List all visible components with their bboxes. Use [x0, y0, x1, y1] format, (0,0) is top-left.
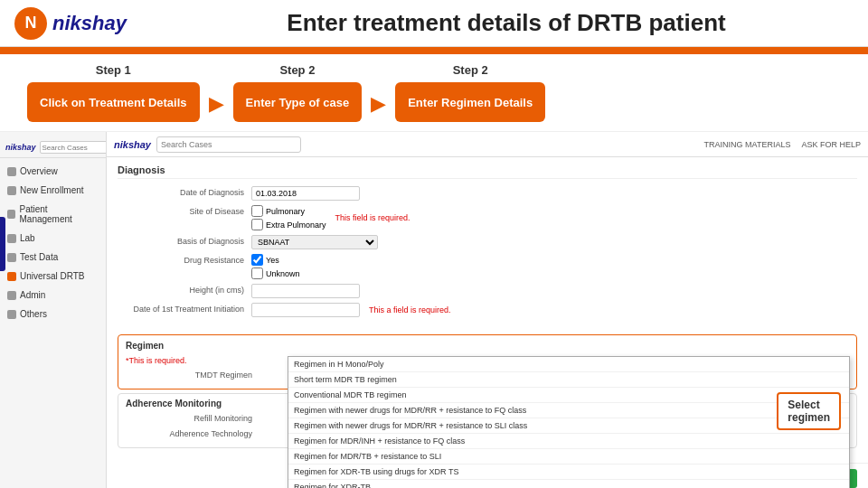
- treatment-initiation-control: This a field is required.: [251, 303, 857, 317]
- sidebar-search-input[interactable]: [40, 141, 107, 154]
- step-2-box: Step 2 Enter Type of case: [233, 63, 363, 122]
- step-3-content: Enter Regimen Details: [395, 82, 545, 122]
- training-materials-link[interactable]: TRAINING MATERIALS: [704, 140, 791, 149]
- sidebar-item-enrollment[interactable]: New Enrollment: [0, 181, 106, 200]
- sidebar-item-label: Others: [20, 309, 47, 319]
- dropdown-item-7[interactable]: Regimen for XDR-TB using drugs for XDR T…: [288, 465, 849, 480]
- dropdown-item-3[interactable]: Regimen with newer drugs for MDR/RR + re…: [288, 403, 849, 418]
- unknown-checkbox[interactable]: [251, 267, 263, 279]
- sidebar-inner-header: nikshay: [0, 137, 106, 158]
- dropdown-item-1[interactable]: Short term MDR TB regimen: [288, 372, 849, 388]
- lab-icon: [7, 234, 16, 243]
- height-input[interactable]: [251, 284, 360, 298]
- site-checkbox-group: Pulmonary Extra Pulmonary: [251, 205, 326, 230]
- treatment-initiation-input[interactable]: [251, 303, 360, 317]
- drug-resistance-row: Drug Resistance Yes Unknown: [118, 254, 857, 279]
- logo-area: N nikshay: [14, 7, 159, 40]
- main-content: nikshay Overview New Enrollment Patient …: [0, 132, 868, 488]
- yes-checkbox[interactable]: [251, 254, 263, 266]
- sidebar-item-label: Overview: [20, 166, 58, 176]
- step-1-box: Step 1 Click on Treatment Details: [27, 63, 200, 122]
- sidebar-item-universal-drtb[interactable]: Universal DRTB: [0, 267, 106, 286]
- sidebar-item-label: Admin: [20, 290, 45, 300]
- sidebar-inner-logo: nikshay: [5, 143, 36, 152]
- content-panel: nikshay TRAINING MATERIALS ASK FOR HELP …: [107, 132, 868, 488]
- step-arrow-1: ▶: [209, 92, 224, 116]
- sidebar-item-overview[interactable]: Overview: [0, 162, 106, 181]
- dropdown-item-2[interactable]: Conventional MDR TB regimen: [288, 388, 849, 403]
- step-2-content: Enter Type of case: [233, 82, 363, 122]
- site-of-disease-control: Pulmonary Extra Pulmonary This field is …: [251, 205, 857, 230]
- date-of-diagnosis-input[interactable]: [251, 186, 360, 201]
- height-control: [251, 284, 857, 298]
- enrollment-icon: [7, 186, 16, 195]
- patient-icon: [7, 210, 15, 219]
- yes-checkbox-item: Yes: [251, 254, 300, 266]
- date-of-diagnosis-label: Date of Diagnosis: [118, 186, 244, 197]
- ask-for-help-link[interactable]: ASK FOR HELP: [801, 140, 861, 149]
- dropdown-item-0[interactable]: Regimen in H Mono/Poly: [288, 357, 849, 372]
- sidebar-item-admin[interactable]: Admin: [0, 286, 106, 305]
- logo-icon: N: [14, 7, 47, 40]
- inner-search-input[interactable]: [156, 136, 301, 153]
- site-of-disease-row: Site of Disease Pulmonary Extra Pulmonar…: [118, 205, 857, 230]
- site-error-text: This field is required.: [335, 213, 410, 222]
- admin-icon: [7, 291, 16, 300]
- unknown-checkbox-item: Unknown: [251, 267, 300, 279]
- basis-of-diagnosis-select[interactable]: SBNAAT: [251, 235, 378, 249]
- orange-banner: [0, 47, 868, 54]
- drtb-icon: [7, 272, 16, 281]
- select-regimen-annotation: Selectregimen: [777, 392, 841, 430]
- header: N nikshay Enter treatment details of DRT…: [0, 0, 868, 47]
- treatment-initiation-row: Date of 1st Treatment Initiation This a …: [118, 303, 857, 317]
- diagnosis-title: Diagnosis: [118, 164, 857, 179]
- extra-pulmonary-checkbox[interactable]: [251, 219, 263, 230]
- step-3-box: Step 2 Enter Regimen Details: [395, 63, 545, 122]
- sidebar-item-label: Lab: [20, 233, 35, 243]
- sidebar-item-test-data[interactable]: Test Data: [0, 248, 106, 267]
- select-regimen-text: Selectregimen: [788, 399, 830, 424]
- step-1-content: Click on Treatment Details: [27, 82, 200, 122]
- refill-monitoring-label: Refill Monitoring: [126, 412, 252, 423]
- yes-label: Yes: [266, 256, 279, 265]
- dropdown-item-5[interactable]: Regimen for MDR/INH + resistance to FQ c…: [288, 434, 849, 449]
- pulmonary-checkbox-item: Pulmonary: [251, 205, 326, 217]
- basis-of-diagnosis-label: Basis of Diagnosis: [118, 235, 244, 246]
- date-of-diagnosis-row: Date of Diagnosis: [118, 186, 857, 201]
- step-arrow-2: ▶: [371, 92, 386, 116]
- sidebar-item-lab[interactable]: Lab: [0, 229, 106, 248]
- sidebar: nikshay Overview New Enrollment Patient …: [0, 132, 107, 488]
- left-blue-tab: [0, 217, 5, 271]
- sidebar-item-label: Patient Management: [19, 204, 99, 224]
- sidebar-item-label: Test Data: [20, 252, 58, 262]
- drug-resistance-checkbox-group: Yes Unknown: [251, 254, 300, 279]
- sidebar-item-label: New Enrollment: [20, 185, 84, 195]
- inner-nav-bar: nikshay TRAINING MATERIALS ASK FOR HELP: [107, 132, 868, 157]
- extra-pulmonary-checkbox-item: Extra Pulmonary: [251, 219, 326, 230]
- test-icon: [7, 253, 16, 262]
- diagnosis-section: Diagnosis Date of Diagnosis Site of Dise…: [107, 157, 868, 329]
- step-1-label: Step 1: [96, 63, 131, 77]
- pulmonary-label: Pulmonary: [266, 207, 305, 216]
- steps-section: Step 1 Click on Treatment Details ▶ Step…: [0, 54, 868, 132]
- sidebar-item-others[interactable]: Others: [0, 305, 106, 324]
- sidebar-item-label: Universal DRTB: [20, 271, 85, 281]
- adherence-technology-label: Adherence Technology: [126, 427, 252, 438]
- regimen-dropdown[interactable]: Regimen in H Mono/Poly Short term MDR TB…: [288, 356, 850, 488]
- dropdown-item-6[interactable]: Regimen for MDR/TB + resistance to SLI: [288, 449, 849, 465]
- inner-nav-right: TRAINING MATERIALS ASK FOR HELP: [704, 140, 861, 149]
- page-title: Enter treatment details of DRTB patient: [159, 9, 854, 37]
- regimen-title: Regimen: [126, 341, 849, 351]
- pulmonary-checkbox[interactable]: [251, 205, 263, 217]
- drug-resistance-label: Drug Resistance: [118, 254, 244, 265]
- treatment-initiation-error: This a field is required.: [369, 305, 451, 314]
- step-3-label: Step 2: [453, 63, 488, 77]
- overview-icon: [7, 167, 16, 176]
- dropdown-item-4[interactable]: Regimen with newer drugs for MDR/RR + re…: [288, 418, 849, 434]
- basis-of-diagnosis-row: Basis of Diagnosis SBNAAT: [118, 235, 857, 249]
- sidebar-item-patient-mgmt[interactable]: Patient Management: [0, 200, 106, 229]
- date-of-diagnosis-control: [251, 186, 857, 201]
- dropdown-item-8[interactable]: Regimen for XDR-TB: [288, 480, 849, 488]
- drug-resistance-control: Yes Unknown: [251, 254, 857, 279]
- logo-text: nikshay: [52, 12, 127, 35]
